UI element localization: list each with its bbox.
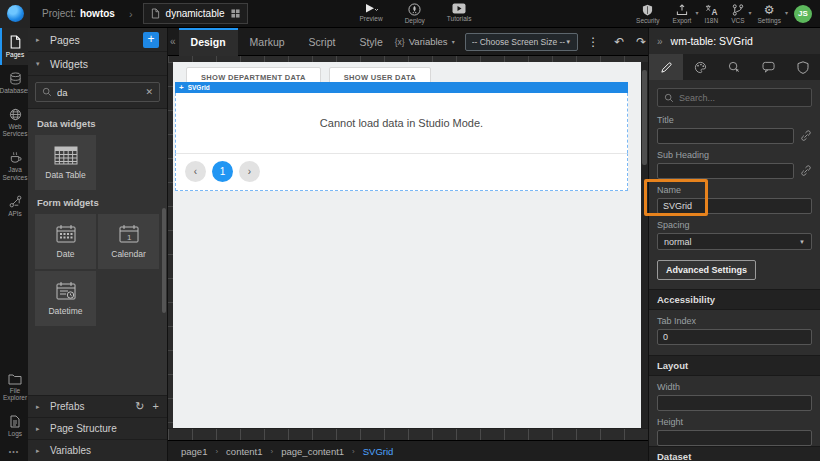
i18n-button[interactable]: A I18N	[704, 4, 718, 24]
widget-search-input[interactable]	[57, 87, 140, 98]
more-options-icon[interactable]: •••	[0, 444, 28, 461]
widgets-accordion[interactable]: ▾ Widgets	[28, 52, 167, 76]
properties-search[interactable]	[657, 88, 812, 107]
settings-label: Settings	[758, 17, 782, 24]
rail-item-file-explorer[interactable]: File Explorer	[0, 366, 28, 409]
grid-icon[interactable]	[231, 9, 240, 18]
tab-design[interactable]: Design	[179, 28, 238, 56]
properties-tabs	[649, 54, 820, 80]
rail-item-databases[interactable]: Databases	[0, 65, 28, 101]
chat-bubble-icon	[762, 61, 776, 73]
widget-tile-data-table[interactable]: Data Table	[35, 135, 96, 190]
widget-selection-bar[interactable]: + SVGrid	[175, 82, 628, 93]
properties-panel: » wm-table: SVGrid	[648, 28, 820, 461]
top-bar: Project: howtos › dynamictable Preview D…	[0, 0, 820, 28]
height-field-input[interactable]	[657, 430, 812, 446]
rail-item-apis[interactable]: APIs	[0, 188, 28, 224]
widget-tile-datetime[interactable]: Datetime	[35, 271, 96, 326]
tab-security[interactable]	[786, 54, 820, 80]
user-avatar[interactable]: JS	[794, 5, 812, 23]
width-field-input[interactable]	[657, 395, 812, 411]
add-prefab-icon[interactable]: +	[153, 400, 159, 413]
drag-handle-icon[interactable]: +	[179, 83, 184, 93]
undo-icon[interactable]: ↶	[608, 35, 630, 49]
tab-styles[interactable]	[683, 54, 717, 80]
page-tab-dynamictable[interactable]: dynamictable	[143, 3, 248, 24]
tutorials-button[interactable]: Tutorials	[447, 3, 472, 24]
spacing-select[interactable]: normal ▼	[657, 233, 812, 250]
vcs-button[interactable]: ▾ VCS	[731, 4, 744, 24]
canvas-area: SHOW DEPARTMENT DATA SHOW USER DATA + SV…	[168, 56, 648, 440]
subheading-field-input[interactable]	[657, 163, 794, 179]
pagination-prev-button[interactable]: ‹	[185, 161, 206, 182]
name-field-input[interactable]: SVGrid	[657, 198, 812, 214]
app-logo[interactable]	[0, 0, 30, 28]
preview-button[interactable]: Preview	[360, 3, 383, 24]
breadcrumb-content1[interactable]: content1	[226, 446, 262, 457]
tab-markup[interactable]: Markup	[238, 28, 297, 56]
tab-index-field-input[interactable]: 0	[657, 329, 812, 345]
shield-outline-icon	[797, 61, 809, 74]
rail-item-pages[interactable]: Pages	[0, 28, 28, 65]
breadcrumb-svgrid[interactable]: SVGrid	[363, 446, 394, 457]
bind-title-icon[interactable]	[800, 130, 812, 142]
title-field-label: Title	[657, 115, 812, 125]
bind-subheading-icon[interactable]	[800, 165, 812, 177]
design-canvas[interactable]: SHOW DEPARTMENT DATA SHOW USER DATA + SV…	[173, 62, 641, 428]
tab-properties[interactable]	[649, 54, 683, 80]
form-widgets-grid: Date 1 Calendar Datetime	[28, 214, 167, 326]
kebab-menu-icon[interactable]: ⋮	[578, 35, 608, 49]
breadcrumb-page-content1[interactable]: page_content1	[281, 446, 344, 457]
page-structure-accordion[interactable]: ▸ Page Structure	[28, 417, 167, 439]
clear-search-icon[interactable]: ✕	[145, 87, 153, 97]
export-button[interactable]: ▾ Export	[673, 4, 692, 24]
widget-tile-calendar[interactable]: 1 Calendar	[98, 214, 159, 269]
deploy-button[interactable]: Deploy	[405, 3, 425, 24]
add-page-button[interactable]: +	[143, 32, 159, 48]
caret-down-icon: ▾	[748, 9, 751, 16]
tab-events[interactable]	[717, 54, 751, 80]
collapse-left-panel-icon[interactable]: «	[168, 36, 179, 47]
rail-item-logs[interactable]: Logs	[0, 408, 28, 444]
pagination-page-1[interactable]: 1	[212, 161, 233, 182]
refresh-prefabs-icon[interactable]: ↻	[135, 400, 144, 413]
wavemaker-logo-icon	[7, 5, 24, 22]
settings-button[interactable]: ⚙ ▾ Settings	[758, 4, 782, 24]
advanced-settings-button[interactable]: Advanced Settings	[657, 260, 756, 280]
rail-label: Pages	[6, 51, 24, 59]
layout-section-header: Layout	[649, 355, 820, 376]
selected-widget-title: wm-table: SVGrid	[671, 35, 753, 47]
scrollbar-thumb[interactable]	[642, 70, 647, 165]
widget-search-box[interactable]: ✕	[35, 82, 160, 102]
variables-accordion[interactable]: ▸ Variables	[28, 439, 167, 461]
screen-size-select[interactable]: -- Choose Screen Size -- ▼	[465, 33, 579, 51]
tab-messages[interactable]	[752, 54, 786, 80]
breadcrumb-page1[interactable]: page1	[181, 446, 207, 457]
security-label: Security	[636, 17, 659, 24]
data-widgets-grid: Data Table	[28, 135, 167, 190]
prefabs-accordion[interactable]: ▸ Prefabs ↻ +	[28, 395, 167, 417]
chevron-right-icon: ▸	[36, 36, 43, 44]
pages-icon	[9, 35, 22, 49]
rail-item-java-services[interactable]: Java Services	[0, 144, 28, 188]
variables-dropdown[interactable]: {x} Variables ▾	[395, 36, 455, 47]
properties-search-input[interactable]	[679, 93, 805, 103]
i18n-label: I18N	[704, 17, 718, 24]
topbar-utilities: Security ▾ Export A I18N ▾ VCS ⚙ ▾ Setti…	[636, 4, 812, 24]
canvas-scrollbar[interactable]	[641, 62, 648, 428]
tab-script[interactable]: Script	[297, 28, 348, 56]
collapse-right-panel-icon[interactable]: »	[657, 36, 663, 47]
widget-list: Data widgets Data Table Form widgets Dat…	[28, 109, 167, 395]
svgrid-widget[interactable]: + SVGrid Cannot load data in Studio Mode…	[175, 82, 628, 191]
width-field-label: Width	[657, 382, 812, 392]
widget-tile-date[interactable]: Date	[35, 214, 96, 269]
rail-item-web-services[interactable]: Web Services	[0, 101, 28, 145]
pagination-next-button[interactable]: ›	[239, 161, 260, 182]
title-field-input[interactable]	[657, 128, 794, 144]
accessibility-section-header: Accessibility	[649, 289, 820, 310]
topbar-actions: Preview Deploy Tutorials	[360, 3, 472, 24]
left-panel-scrollbar[interactable]	[162, 208, 166, 313]
tab-style[interactable]: Style	[347, 28, 394, 56]
pages-accordion[interactable]: ▸ Pages +	[28, 28, 167, 52]
security-button[interactable]: Security	[636, 4, 659, 24]
